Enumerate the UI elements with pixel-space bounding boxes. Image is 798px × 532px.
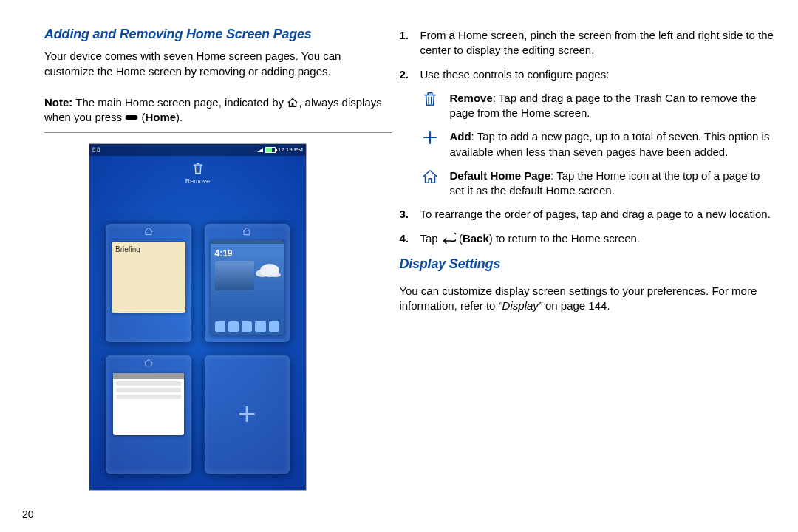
trash-icon xyxy=(89,162,306,175)
weather-cloud-icon xyxy=(260,264,279,277)
intro-paragraph: Your device comes with seven Home screen… xyxy=(44,49,392,79)
page-number: 20 xyxy=(22,508,34,522)
trash-icon xyxy=(420,91,440,112)
control-label-add: Add xyxy=(449,130,471,143)
svg-rect-0 xyxy=(126,115,138,120)
widget-clock-time: 4:19 xyxy=(215,248,233,259)
note-part1: The main Home screen page, indicated by xyxy=(72,96,287,109)
back-icon xyxy=(441,232,456,244)
control-text-remove: : Tap and drag a page to the Trash Can t… xyxy=(449,92,756,119)
home-outline-icon xyxy=(420,168,440,189)
step-4-text-b: ) to return to the Home screen. xyxy=(489,232,640,245)
step-1: 1. From a Home screen, pinch the screen … xyxy=(399,28,776,58)
step-4: 4. Tap (Back) to return to the Home scre… xyxy=(399,231,776,246)
step-3: 3. To rearrange the order of pages, tap … xyxy=(399,207,776,222)
dock-icons xyxy=(215,321,280,332)
remove-drop-target: Remove xyxy=(89,162,306,185)
note-label: Note: xyxy=(44,96,72,109)
status-bar: ▯ ▯ 12:19 PM xyxy=(89,144,306,156)
display-cross-ref: “Display” xyxy=(499,299,542,312)
page-thumbnail-list xyxy=(106,355,191,474)
display-settings-paragraph: You can customize display screen setting… xyxy=(399,284,776,314)
back-label: Back xyxy=(463,232,489,245)
note-block: Note: The main Home screen page, indicat… xyxy=(44,89,392,134)
step-4-text-a: Tap xyxy=(420,232,440,245)
status-icons-left: ▯ ▯ xyxy=(92,146,100,153)
briefing-widget-label: Briefing xyxy=(115,245,140,253)
page-thumbnail-main-home: 4:19 xyxy=(205,224,290,342)
add-page-icon: + xyxy=(238,394,256,436)
signal-icon xyxy=(257,148,263,152)
control-def-add: Add: Tap to add a new page, up to a tota… xyxy=(420,129,776,160)
remove-drop-label: Remove xyxy=(89,177,306,185)
home-icon xyxy=(287,98,299,108)
control-text-add: : Tap to add a new page, up to a total o… xyxy=(449,130,769,157)
page-thumbnail-briefing: Briefing xyxy=(106,224,191,342)
control-def-remove: Remove: Tap and drag a page to the Trash… xyxy=(420,91,776,121)
status-time: 12:19 PM xyxy=(278,146,303,154)
home-screen-editor-screenshot: ▯ ▯ 12:19 PM Remove xyxy=(89,143,307,491)
section-heading-adding-removing: Adding and Removing Home Screen Pages xyxy=(44,25,392,43)
page-thumbnail-add: + xyxy=(205,355,290,474)
page-home-icon xyxy=(242,227,252,238)
control-label-default-home: Default Home Page xyxy=(449,169,550,182)
widget-weather-city xyxy=(215,261,255,290)
battery-icon xyxy=(265,147,276,153)
section-heading-display-settings: Display Settings xyxy=(399,255,776,273)
step-2: 2. Use these controls to configure pages… xyxy=(399,67,776,199)
control-def-default-home: Default Home Page: Tap the Home icon at … xyxy=(420,168,776,199)
page-home-icon xyxy=(143,358,154,369)
plus-icon xyxy=(420,129,440,150)
page-home-icon xyxy=(143,227,154,238)
home-button-label: Home xyxy=(145,111,176,123)
control-label-remove: Remove xyxy=(449,92,492,104)
step-2-text: Use these controls to configure pages: xyxy=(420,67,776,82)
home-button-icon xyxy=(125,112,138,123)
